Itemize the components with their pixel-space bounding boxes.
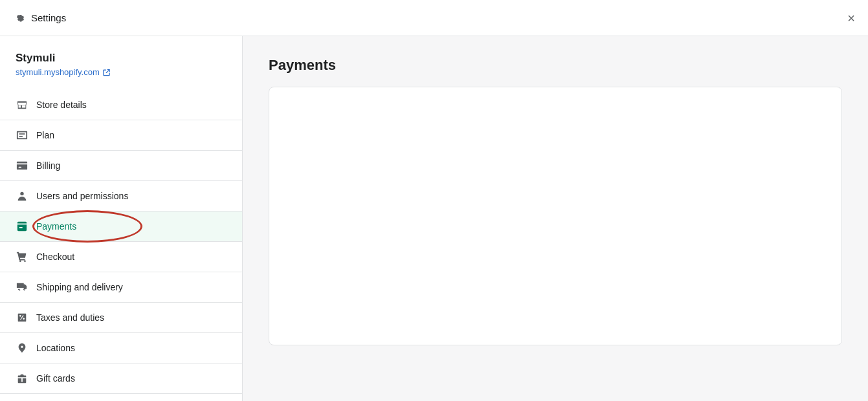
nav-list: Store details Plan Billing [0,90,242,394]
store-icon [16,98,28,111]
main-layout: Stymuli stymuli.myshopify.com Store deta… [0,36,868,401]
store-url-text: stymuli.myshopify.com [16,67,100,77]
billing-icon [16,159,28,172]
users-icon [16,190,28,202]
content-area: Payments [243,36,868,401]
close-button[interactable]: × [847,12,855,25]
sidebar-item-plan-label: Plan [36,130,54,140]
sidebar-item-users-label: Users and permissions [36,191,128,201]
checkout-icon [16,250,28,263]
sidebar-item-payments[interactable]: Payments [0,211,242,242]
sidebar-item-checkout[interactable]: Checkout [0,242,242,272]
sidebar-item-shipping-label: Shipping and delivery [36,282,123,292]
store-info: Stymuli stymuli.myshopify.com [0,52,242,90]
sidebar-item-payments-label: Payments [36,221,76,232]
sidebar-item-locations[interactable]: Locations [0,333,242,363]
sidebar-item-taxes-label: Taxes and duties [36,312,104,323]
sidebar-item-users[interactable]: Users and permissions [0,181,242,211]
locations-icon [16,341,28,354]
shipping-icon [16,281,28,294]
top-bar-title: Settings [31,12,66,23]
sidebar-item-gift-cards[interactable]: Gift cards [0,363,242,394]
payments-icon [16,220,28,233]
sidebar-item-gift-cards-label: Gift cards [36,373,75,384]
taxes-icon [16,311,28,324]
sidebar-item-locations-label: Locations [36,343,75,353]
page-title: Payments [269,57,842,74]
sidebar-item-store-details[interactable]: Store details [0,90,242,120]
external-link-icon [102,68,111,76]
sidebar-item-billing[interactable]: Billing [0,151,242,181]
top-bar-left: Settings [13,11,66,25]
sidebar-item-store-details-label: Store details [36,100,87,110]
sidebar-item-plan[interactable]: Plan [0,120,242,151]
sidebar-item-taxes[interactable]: Taxes and duties [0,303,242,333]
gift-cards-icon [16,372,28,385]
sidebar-item-checkout-label: Checkout [36,252,74,262]
settings-gear-icon [13,11,25,25]
sidebar-item-billing-label: Billing [36,160,60,171]
payments-content-card [269,87,842,345]
plan-icon [16,129,28,142]
store-name: Stymuli [16,52,227,65]
top-bar: Settings × [0,0,868,36]
sidebar-item-shipping[interactable]: Shipping and delivery [0,272,242,303]
store-url-link[interactable]: stymuli.myshopify.com [16,67,227,77]
sidebar: Stymuli stymuli.myshopify.com Store deta… [0,36,243,401]
